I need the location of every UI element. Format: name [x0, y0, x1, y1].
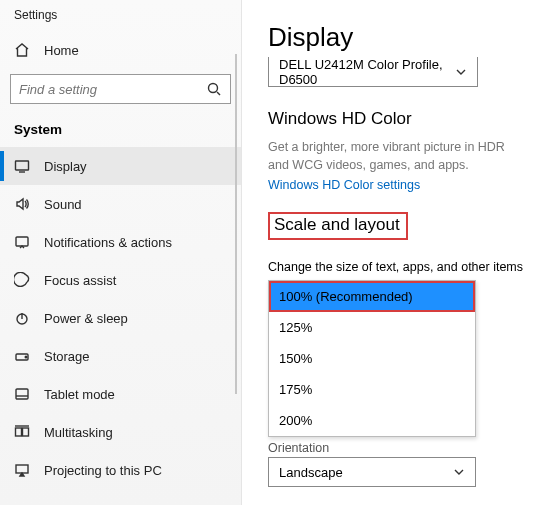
search-box[interactable] [10, 74, 231, 104]
orientation-dropdown[interactable]: Landscape [268, 457, 476, 487]
sidebar-item-label: Projecting to this PC [44, 463, 162, 478]
sidebar-item-label: Storage [44, 349, 90, 364]
scale-layout-heading: Scale and layout [268, 212, 408, 240]
color-profile-dropdown[interactable]: DELL U2412M Color Profile, D6500 [268, 57, 478, 87]
display-icon [14, 158, 30, 174]
chevron-down-icon [451, 464, 467, 480]
multitasking-icon [14, 424, 30, 440]
sidebar-category: System [0, 116, 241, 147]
hd-color-desc: Get a brighter, more vibrant picture in … [268, 139, 528, 174]
scale-option-175[interactable]: 175% [269, 374, 475, 405]
hd-color-section: Windows HD Color Get a brighter, more vi… [268, 109, 536, 192]
sidebar-home[interactable]: Home [0, 32, 241, 68]
tablet-icon [14, 386, 30, 402]
hd-color-heading: Windows HD Color [268, 109, 536, 129]
sidebar-item-focus-assist[interactable]: Focus assist [0, 261, 241, 299]
scale-option-150[interactable]: 150% [269, 343, 475, 374]
sidebar-item-label: Sound [44, 197, 82, 212]
sidebar-item-label: Tablet mode [44, 387, 115, 402]
sidebar-item-sound[interactable]: Sound [0, 185, 241, 223]
search-input[interactable] [11, 82, 230, 97]
svg-rect-6 [16, 389, 28, 399]
home-icon [14, 42, 30, 58]
sidebar-item-storage[interactable]: Storage [0, 337, 241, 375]
scale-dropdown-list[interactable]: 100% (Recommended) 125% 150% 175% 200% [268, 280, 476, 437]
sound-icon [14, 196, 30, 212]
chevron-down-icon [453, 64, 469, 80]
scale-option-200[interactable]: 200% [269, 405, 475, 436]
search-icon [206, 81, 222, 97]
scale-option-100[interactable]: 100% (Recommended) [269, 281, 475, 312]
scale-layout-section: Scale and layout Change the size of text… [268, 212, 536, 437]
sidebar-item-label: Multitasking [44, 425, 113, 440]
notifications-icon [14, 234, 30, 250]
projecting-icon [14, 462, 30, 478]
svg-rect-1 [16, 161, 29, 170]
svg-rect-8 [23, 428, 29, 436]
sidebar-item-power-sleep[interactable]: Power & sleep [0, 299, 241, 337]
page-title: Display [268, 22, 536, 53]
sidebar-item-label: Display [44, 159, 87, 174]
svg-rect-7 [16, 428, 22, 436]
sidebar-item-display[interactable]: Display [0, 147, 241, 185]
scale-option-125[interactable]: 125% [269, 312, 475, 343]
sidebar-item-projecting[interactable]: Projecting to this PC [0, 451, 241, 489]
power-icon [14, 310, 30, 326]
focus-assist-icon [14, 272, 30, 288]
sidebar-item-label: Power & sleep [44, 311, 128, 326]
hd-color-settings-link[interactable]: Windows HD Color settings [268, 178, 536, 192]
settings-sidebar: Settings Home System Display [0, 0, 242, 505]
orientation-label: Orientation [268, 441, 536, 455]
orientation-section: Orientation Landscape [268, 441, 536, 487]
storage-icon [14, 348, 30, 364]
svg-point-5 [25, 356, 27, 358]
window-title: Settings [0, 0, 241, 32]
sidebar-item-label: Focus assist [44, 273, 116, 288]
scale-label: Change the size of text, apps, and other… [268, 260, 536, 274]
color-profile-value: DELL U2412M Color Profile, D6500 [279, 57, 447, 87]
sidebar-item-tablet-mode[interactable]: Tablet mode [0, 375, 241, 413]
svg-point-0 [209, 84, 218, 93]
sidebar-item-notifications[interactable]: Notifications & actions [0, 223, 241, 261]
sidebar-item-label: Notifications & actions [44, 235, 172, 250]
svg-rect-2 [16, 237, 28, 246]
main-content: Display DELL U2412M Color Profile, D6500… [242, 0, 536, 505]
search-container [0, 68, 241, 116]
orientation-value: Landscape [279, 465, 343, 480]
sidebar-nav: Display Sound Notifications & actions Fo… [0, 147, 241, 489]
sidebar-item-multitasking[interactable]: Multitasking [0, 413, 241, 451]
sidebar-home-label: Home [44, 43, 79, 58]
